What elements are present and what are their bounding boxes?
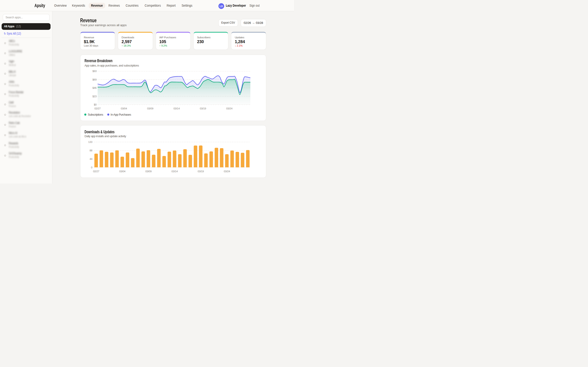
svg-text:03/14: 03/14	[173, 107, 180, 110]
svg-text:88: 88	[90, 149, 92, 152]
svg-text:44: 44	[90, 158, 92, 160]
svg-text:$0: $0	[94, 103, 96, 106]
svg-text:$69: $69	[92, 78, 96, 81]
svg-text:$93: $93	[92, 70, 96, 73]
svg-text:03/19: 03/19	[200, 107, 206, 110]
svg-text:$23: $23	[92, 95, 96, 98]
svg-text:03/09: 03/09	[147, 107, 153, 110]
svg-text:03/24: 03/24	[224, 170, 230, 173]
svg-text:03/09: 03/09	[145, 170, 152, 173]
svg-text:03/19: 03/19	[198, 170, 204, 173]
svg-text:03/14: 03/14	[172, 170, 178, 173]
svg-text:02/27: 02/27	[95, 107, 101, 110]
svg-text:03/24: 03/24	[226, 107, 233, 110]
svg-text:0: 0	[91, 166, 92, 169]
svg-text:03/04: 03/04	[119, 170, 126, 173]
svg-text:03/04: 03/04	[121, 107, 127, 110]
svg-text:133: 133	[88, 141, 92, 143]
svg-text:$46: $46	[92, 86, 96, 89]
svg-text:02/27: 02/27	[93, 170, 99, 173]
